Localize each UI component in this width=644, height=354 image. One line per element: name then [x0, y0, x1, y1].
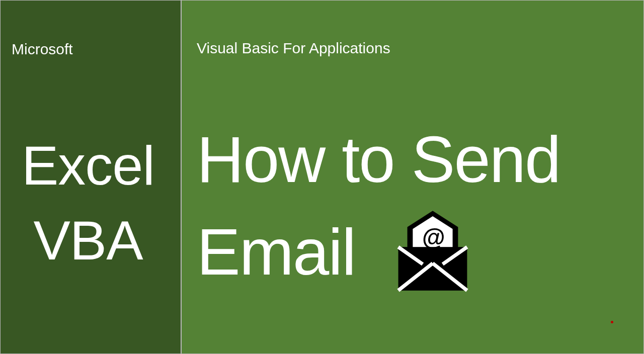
product-title-line2: VBA	[7, 203, 170, 278]
thumbnail-container: Microsoft Excel VBA Visual Basic For App…	[0, 0, 644, 354]
email-icon: @	[387, 207, 478, 318]
main-title-line2-wrap: Email @	[197, 202, 478, 313]
product-title: Excel VBA	[7, 128, 170, 278]
brand-label: Microsoft	[12, 41, 170, 58]
right-panel: Visual Basic For Applications How to Sen…	[181, 0, 644, 354]
main-title: How to Send Email @	[197, 117, 628, 313]
main-title-line1: How to Send	[197, 117, 628, 202]
subtitle-label: Visual Basic For Applications	[197, 40, 628, 57]
product-title-line1: Excel	[7, 128, 170, 203]
red-dot-marker	[611, 321, 613, 323]
main-title-line2: Email	[197, 210, 355, 295]
left-panel: Microsoft Excel VBA	[0, 0, 181, 354]
svg-text:@: @	[422, 224, 444, 250]
